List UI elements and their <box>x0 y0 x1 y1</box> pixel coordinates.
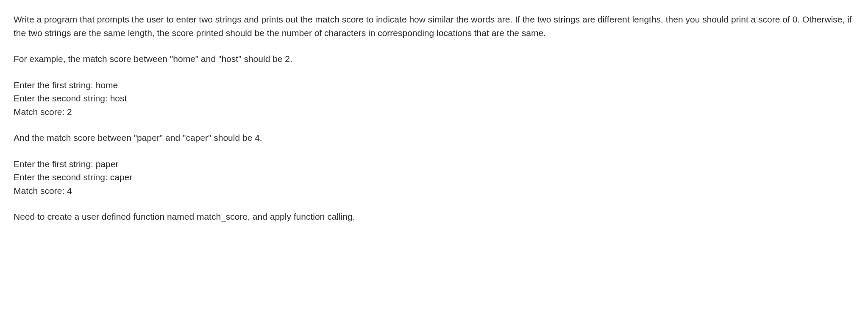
example1-output: Enter the first string: home Enter the s… <box>14 78 854 119</box>
example2-result: Match score: 4 <box>14 184 854 198</box>
intro-paragraph: Write a program that prompts the user to… <box>14 13 854 39</box>
footer-requirement: Need to create a user defined function n… <box>14 210 854 224</box>
example2-input2: Enter the second string: caper <box>14 171 854 184</box>
example1-input1: Enter the first string: home <box>14 78 854 92</box>
example1-input2: Enter the second string: host <box>14 92 854 105</box>
example2-description: And the match score between "paper" and … <box>14 131 854 145</box>
example1-result: Match score: 2 <box>14 105 854 119</box>
example1-description: For example, the match score between "ho… <box>14 52 854 66</box>
example2-input1: Enter the first string: paper <box>14 157 854 171</box>
example2-output: Enter the first string: paper Enter the … <box>14 157 854 198</box>
